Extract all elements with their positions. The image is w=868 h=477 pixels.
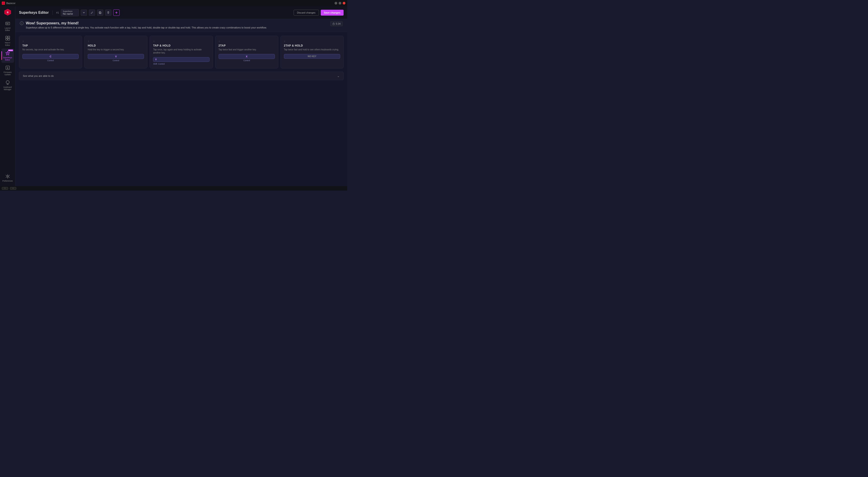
svg-rect-5 [7,23,7,23]
hold-modifier-label: Control [88,59,144,62]
tap-hold-modifier2-label: Control [158,63,164,65]
dropdown-arrow-button[interactable] [81,9,87,16]
sidebar-item-firmware-update[interactable]: FirmwareUpdate [1,63,14,77]
superkey-selector: #1 Superkeys No name [56,9,293,16]
svg-rect-8 [6,24,8,24]
card-tap-desc: No secrets, tap once and activate the ke… [22,48,79,51]
sidebar-item-preferences[interactable]: Preferences [1,172,14,184]
svg-rect-9 [6,36,7,38]
see-more-bar[interactable]: See what you are able to do ⌄ [19,72,344,80]
delete-superkey-button[interactable] [105,9,112,16]
tap-hold-key-wrapper: V Shift Control [153,57,209,65]
sidebar-item-layout-editor[interactable]: LayoutEditor [1,19,14,33]
status-indicator-1: ⊡ [2,187,8,190]
2tap-arrow-icon: ↓ [219,39,275,43]
see-more-text: See what you are able to do [23,74,54,77]
main-header: Superkeys Editor #1 Superkeys No name [16,6,347,19]
main-content: Superkeys Editor #1 Superkeys No name [16,6,347,186]
sidebar-bottom: Preferences [1,172,14,184]
titlebar-title: Bazecor [2,2,16,5]
hold-key-chip[interactable]: V [88,54,144,59]
tap-modifier-label: Control [22,59,79,62]
chevron-down-icon: ⌄ [337,74,340,78]
card-hold-title: HOLD [88,44,144,47]
sidebar-label-preferences: Preferences [2,180,13,182]
timer-badge: 5:34 [330,21,343,26]
add-superkey-button[interactable] [113,9,120,16]
info-icon: i [20,22,24,25]
sidebar-item-keyboard-manager[interactable]: KeyboardManager [1,78,14,92]
svg-point-13 [7,53,8,54]
app-layout: R LayoutEditor [0,6,347,186]
cards-container: ↓ TAP No secrets, tap once and activate … [16,32,347,68]
keyboard-icon [5,21,10,26]
save-button[interactable]: Save changes [321,10,344,15]
card-hold: ↓ HOLD Hold the key to trigger a second … [84,36,147,68]
macro-icon [5,35,10,41]
sidebar-item-superkeys-editor[interactable]: BETA SuperkeysEditor [1,48,14,63]
info-title: Wow! Superpowers, my friend! [26,21,267,25]
sidebar-label-keyboard-manager: KeyboardManager [3,86,11,91]
header-actions: Discard changes Save changes [293,10,344,15]
superkey-number: #1 [56,11,59,14]
svg-rect-10 [8,36,10,38]
sidebar-label-layout-editor: LayoutEditor [5,27,11,31]
minimize-button[interactable] [335,2,337,4]
firmware-icon [5,65,10,70]
2tap-modifier-label: Control [219,59,275,62]
tap-key-wrapper: C Control [22,54,79,62]
card-2tap-hold-desc: Tap twice fast and hold to see others ke… [284,48,340,51]
card-2tap-hold: ↓ 2TAP & HOLD Tap twice fast and hold to… [281,36,344,68]
superkey-dropdown[interactable]: Superkeys No name [61,9,79,16]
card-2tap: ↓ 2TAP Tap twice fast and trigger anothe… [215,36,278,68]
info-banner: i Wow! Superpowers, my friend! Superkeys… [16,19,347,32]
maximize-button[interactable] [339,2,341,4]
discard-button[interactable]: Discard changes [293,10,319,15]
sidebar-item-macro-editor[interactable]: MacroEditor [1,34,14,48]
card-tap-title: TAP [22,44,79,47]
close-button[interactable] [343,2,345,4]
2tap-key-wrapper: X Control [219,54,275,62]
card-tap-hold-title: TAP & HOLD [153,44,209,47]
info-content: Wow! Superpowers, my friend! Superkeys a… [26,21,267,30]
status-indicator-2: ⊡ [10,187,16,190]
beta-badge: BETA [8,49,13,51]
titlebar: Bazecor [0,0,347,6]
titlebar-controls [335,2,345,4]
edit-superkey-button[interactable] [89,9,95,16]
tap-hold-modifier1-label: Shift [153,63,157,65]
2tap-hold-no-key-chip[interactable]: NO KEY [284,54,340,59]
info-description: Superkeys allow up to 5 different functi… [26,26,267,30]
2tap-key-chip[interactable]: X [219,54,275,59]
svg-rect-4 [6,23,6,23]
tap-arrow-icon: ↓ [22,39,79,43]
svg-rect-3 [6,22,10,25]
hold-key-wrapper: V Control [88,54,144,62]
sidebar-label-superkeys-editor: SuperkeysEditor [3,57,12,61]
card-tap-hold: ↓ TAP & HOLD Tap once, tap again and kee… [150,36,213,68]
tap-hold-key-group[interactable]: V [153,57,209,62]
page-title: Superkeys Editor [19,11,49,15]
svg-text:R: R [7,11,8,14]
card-2tap-title: 2TAP [219,44,275,47]
sidebar-label-macro-editor: MacroEditor [5,41,10,46]
2tap-hold-key-wrapper: NO KEY [284,54,340,59]
preferences-icon [5,174,10,179]
sidebar: R LayoutEditor [0,6,16,186]
app-logo [2,2,5,5]
hold-arrow-icon: ↓ [88,39,144,43]
keyboard-manager-icon [5,80,10,86]
svg-rect-12 [8,38,10,40]
sidebar-label-firmware-update: FirmwareUpdate [4,71,11,76]
copy-superkey-button[interactable] [97,9,103,16]
svg-point-15 [7,176,8,177]
tap-hold-arrow-icon: ↓ [153,39,209,43]
card-tap-hold-desc: Tap once, tap again and keep holding to … [153,48,209,55]
sidebar-logo: R [4,8,12,16]
svg-rect-7 [8,23,9,23]
svg-rect-6 [8,23,8,23]
card-tap: ↓ TAP No secrets, tap once and activate … [19,36,82,68]
svg-marker-0 [2,2,5,4]
card-2tap-desc: Tap twice fast and trigger another key. [219,48,275,51]
tap-key-chip[interactable]: C [22,54,79,59]
